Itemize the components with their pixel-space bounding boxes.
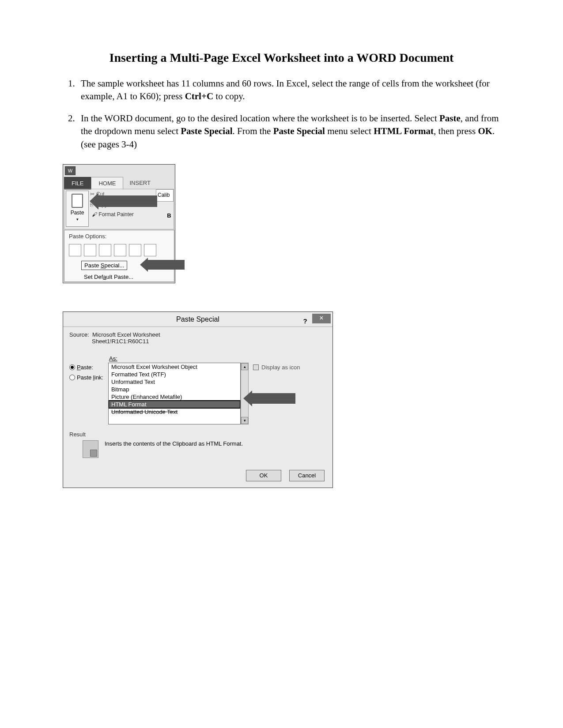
- dialog-window-controls: ? ×: [300, 314, 331, 323]
- bold-button[interactable]: B: [165, 211, 174, 220]
- display-as-icon-label: Display as icon: [261, 364, 300, 371]
- list-item[interactable]: Microsoft Excel Worksheet Object: [109, 363, 240, 371]
- list-item[interactable]: Unformatted Unicode Text: [109, 408, 240, 416]
- paste-options-title: Paste Options:: [64, 230, 174, 242]
- paste-special-dialog: Paste Special ? × Source: Microsoft Exce…: [63, 311, 333, 488]
- paste-special-menu-item[interactable]: Paste Special...: [81, 261, 127, 270]
- format-listbox[interactable]: Microsoft Excel Worksheet Object Formatt…: [108, 363, 241, 424]
- as-label: As:: [109, 355, 117, 362]
- scroll-down-icon[interactable]: ▾: [241, 417, 248, 424]
- source-label: Source:: [69, 331, 89, 338]
- dialog-buttons: OK Cancel: [246, 470, 325, 481]
- paste-button[interactable]: Paste ▾: [66, 191, 89, 227]
- checkbox-icon: [253, 364, 259, 370]
- ribbon-tabs: FILE HOME INSERT: [64, 177, 157, 190]
- annotation-arrow-3: [251, 393, 295, 404]
- ribbon-body: Paste ▾ ✂Cut ⎘Copy 🖌 Format Painter Cali…: [64, 189, 174, 229]
- tab-home[interactable]: HOME: [91, 177, 123, 190]
- page-title: Inserting a Multi-Page Excel Worksheet i…: [57, 51, 506, 65]
- s2j: OK: [478, 126, 492, 136]
- dialog-title: Paste Special: [176, 315, 219, 323]
- tab-insert[interactable]: INSERT: [123, 177, 156, 190]
- result-label: Result: [69, 431, 326, 438]
- step-1: The sample worksheet has 11 columns and …: [77, 77, 506, 103]
- word-app-icon: W: [65, 166, 76, 175]
- ok-button[interactable]: OK: [246, 470, 281, 481]
- s2e: . From the: [233, 126, 273, 136]
- list-item[interactable]: Picture (Enhanced Metafile): [109, 393, 240, 401]
- s2a: In the WORD document, go to the desired …: [81, 113, 439, 124]
- font-name-box[interactable]: Calib: [156, 189, 174, 202]
- source-detail: Sheet1!R1C1:R60C11: [63, 338, 333, 345]
- s2d: Paste Special: [181, 126, 232, 136]
- clipboard-icon: [72, 194, 83, 208]
- radio-icon: [69, 364, 75, 370]
- display-as-icon-checkbox[interactable]: Display as icon: [253, 364, 300, 371]
- ribbon-window: W FILE HOME INSERT Paste ▾ ✂Cut ⎘Copy 🖌 …: [63, 164, 175, 283]
- close-button[interactable]: ×: [312, 314, 331, 323]
- source-value: Microsoft Excel Worksheet: [92, 331, 160, 338]
- step-1-text: The sample worksheet has 11 columns and …: [81, 78, 490, 101]
- paste-option-icon-5[interactable]: [129, 244, 141, 256]
- step-1-tail: to copy.: [213, 91, 245, 101]
- paste-radio[interactable]: Paste:: [69, 364, 103, 371]
- s2i: , then press: [434, 126, 478, 136]
- paste-mode-radio-group: Paste: Paste link:: [69, 364, 103, 384]
- clipboard-result-icon: [83, 440, 98, 458]
- list-item[interactable]: Formatted Text (RTF): [109, 371, 240, 378]
- instruction-list: The sample worksheet has 11 columns and …: [57, 77, 506, 151]
- paste-link-radio[interactable]: Paste link:: [69, 374, 103, 381]
- cancel-button[interactable]: Cancel: [289, 470, 325, 481]
- s2h: HTML Format: [374, 126, 434, 136]
- paste-option-icon-4[interactable]: [114, 244, 126, 256]
- help-button[interactable]: ?: [300, 314, 310, 323]
- list-item[interactable]: Bitmap: [109, 386, 240, 393]
- ribbon-screenshot: W FILE HOME INSERT Paste ▾ ✂Cut ⎘Copy 🖌 …: [63, 164, 186, 288]
- annotation-arrow-1: [98, 195, 157, 207]
- step-1-shortcut: Ctrl+C: [185, 91, 213, 101]
- s2g: menu select: [325, 126, 374, 136]
- brush-icon: 🖌: [92, 211, 97, 218]
- scroll-up-icon[interactable]: ▴: [241, 363, 248, 370]
- paste-option-icon-6[interactable]: [144, 244, 156, 256]
- paste-option-icon-3[interactable]: [99, 244, 111, 256]
- paste-dropdown-menu: Paste Options: Paste Special... Set Defa…: [64, 230, 174, 282]
- paste-option-icon-1[interactable]: [69, 244, 81, 256]
- radio-icon: [69, 375, 75, 380]
- paste-special-dialog-screenshot: Paste Special ? × Source: Microsoft Exce…: [63, 311, 343, 492]
- source-line: Source: Microsoft Excel Worksheet: [63, 327, 333, 338]
- chevron-down-icon: ▾: [76, 217, 79, 221]
- s2f: Paste Special: [273, 126, 325, 136]
- paste-option-icon-2[interactable]: [84, 244, 96, 256]
- format-painter-option[interactable]: 🖌 Format Painter: [92, 211, 134, 218]
- list-item[interactable]: Unformatted Text: [109, 378, 240, 386]
- format-painter-label: Format Painter: [98, 211, 133, 218]
- s2b: Paste: [439, 113, 461, 124]
- annotation-arrow-2: [147, 260, 185, 270]
- list-item-selected[interactable]: HTML Format: [109, 401, 240, 408]
- tab-file[interactable]: FILE: [64, 177, 91, 190]
- dialog-titlebar: Paste Special ? ×: [63, 312, 333, 327]
- paste-label: Paste: [66, 210, 88, 216]
- result-group: Result Inserts the contents of the Clipb…: [69, 431, 326, 458]
- result-text: Inserts the contents of the Clipboard as…: [105, 440, 243, 458]
- step-2: In the WORD document, go to the desired …: [77, 112, 506, 151]
- set-default-paste-menu-item[interactable]: Set Default Paste...: [81, 273, 136, 281]
- paste-option-icons: [64, 242, 174, 258]
